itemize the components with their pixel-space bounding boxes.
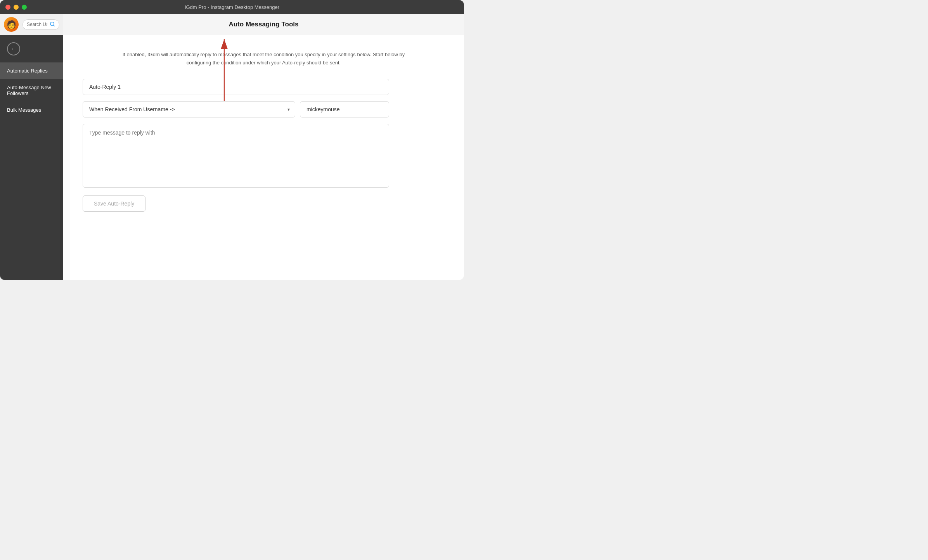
page-title: Auto Messaging Tools: [229, 21, 298, 28]
search-icon: [50, 21, 55, 28]
search-box[interactable]: [23, 19, 59, 30]
sidebar: 🧑 ←: [0, 14, 63, 280]
message-textarea[interactable]: [83, 124, 389, 188]
traffic-lights: [5, 5, 27, 10]
description-text: If enabled, IGdm will automatically repl…: [113, 51, 415, 67]
save-button-label: Save Auto-Reply: [94, 200, 134, 207]
nav-items: Automatic Replies Auto-Message New Follo…: [0, 59, 63, 121]
window-title: IGdm Pro - Instagram Desktop Messenger: [185, 4, 279, 10]
sidebar-item-label: Auto-Message New Followers: [7, 85, 51, 96]
app-body: 🧑 ←: [0, 14, 464, 280]
back-button[interactable]: ←: [7, 42, 20, 55]
main-content: Auto Messaging Tools If enabled, IGdm wi…: [63, 14, 464, 280]
search-input[interactable]: [27, 22, 47, 27]
close-button[interactable]: [5, 5, 10, 10]
back-icon: ←: [10, 45, 17, 52]
avatar[interactable]: 🧑: [4, 17, 19, 32]
sidebar-item-automatic-replies[interactable]: Automatic Replies: [0, 62, 63, 79]
back-button-area: ←: [0, 35, 63, 59]
sidebar-item-label: Bulk Messages: [7, 107, 41, 113]
auto-reply-name-input[interactable]: [83, 79, 389, 95]
title-bar: IGdm Pro - Instagram Desktop Messenger: [0, 0, 464, 14]
sidebar-item-label: Automatic Replies: [7, 68, 48, 74]
save-auto-reply-button[interactable]: Save Auto-Reply: [83, 195, 145, 212]
top-bar: Auto Messaging Tools: [63, 14, 464, 35]
sidebar-header: 🧑: [0, 14, 63, 35]
condition-row: When Received From Username -> When Rece…: [83, 101, 389, 118]
username-input[interactable]: [300, 101, 389, 118]
condition-dropdown[interactable]: When Received From Username -> When Rece…: [83, 101, 295, 118]
content-area: If enabled, IGdm will automatically repl…: [63, 35, 464, 280]
sidebar-item-auto-message-new-followers[interactable]: Auto-Message New Followers: [0, 79, 63, 102]
svg-line-1: [54, 25, 55, 26]
maximize-button[interactable]: [22, 5, 27, 10]
condition-select-wrapper: When Received From Username -> When Rece…: [83, 101, 295, 118]
sidebar-item-bulk-messages[interactable]: Bulk Messages: [0, 102, 63, 118]
minimize-button[interactable]: [14, 5, 19, 10]
